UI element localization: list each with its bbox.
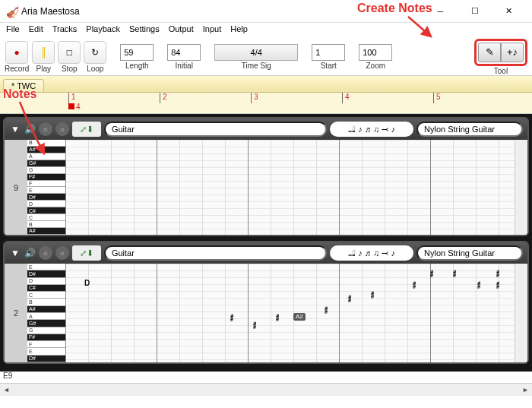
piano-key[interactable]: F	[27, 341, 65, 348]
menubar: File Edit Tracks Playback Settings Outpu…	[0, 23, 532, 38]
speaker-icon[interactable]: 🔊	[24, 248, 36, 258]
menu-help[interactable]: Help	[230, 24, 248, 36]
fit-button[interactable]: ⤢⬇	[72, 245, 101, 261]
loop-button[interactable]: ↻	[84, 41, 106, 64]
piano-key[interactable]: A	[27, 313, 65, 320]
length-input[interactable]	[120, 44, 154, 61]
piano-key[interactable]: D#	[27, 270, 65, 277]
initial-input[interactable]	[167, 44, 201, 61]
track-header: ▼ 🔊 ○ ○ ⤢⬇ 𝅝 𝅗𝅥 ♩ ♪ ♬ ♫ ⤙ ♪	[5, 119, 527, 140]
menu-input[interactable]: Input	[203, 24, 221, 36]
playhead-marker[interactable]	[68, 103, 74, 109]
record-button[interactable]: ●	[5, 41, 28, 64]
menu-settings[interactable]: Settings	[129, 24, 160, 36]
note-event[interactable]: 𝄰	[369, 290, 375, 298]
minimize-button[interactable]: ─	[423, 0, 458, 23]
maximize-button[interactable]: ☐	[458, 0, 492, 23]
fit-button[interactable]: ⤢⬇	[72, 122, 101, 137]
piano-key[interactable]: G	[27, 327, 65, 334]
add-note-tool-button[interactable]: +♪	[501, 43, 524, 62]
note-event[interactable]: 𝄰	[451, 269, 457, 277]
note-event[interactable]: 𝄰	[495, 280, 500, 288]
pencil-tool-button[interactable]: ✎	[478, 43, 501, 62]
piano-key[interactable]: C	[27, 214, 65, 221]
mute-button[interactable]: ○	[39, 246, 52, 260]
collapse-icon[interactable]: ▼	[9, 124, 21, 134]
note-event[interactable]: 𝄰	[411, 280, 416, 288]
piano-key[interactable]: G#	[27, 320, 65, 327]
horizontal-scrollbar[interactable]: ◄ ►	[0, 383, 532, 396]
track-panel-2: ▼ 🔊 ○ ○ ⤢⬇ 𝅝 𝅗𝅥 ♩ ♪ ♬ ♫ ⤙ ♪ 2 E D# D C# …	[3, 241, 529, 364]
note-event[interactable]: D	[84, 279, 90, 286]
piano-keys[interactable]: E D# D C# C B A# A G# G F# F E D#	[27, 264, 65, 362]
solo-button[interactable]: ○	[55, 122, 69, 136]
note-event[interactable]: 𝄰	[229, 313, 234, 321]
note-event[interactable]: 𝄰	[476, 280, 481, 288]
piano-key[interactable]: D#	[27, 356, 65, 362]
piano-key[interactable]: F#	[27, 334, 65, 341]
menu-edit[interactable]: Edit	[29, 24, 43, 36]
piano-key[interactable]: G	[27, 167, 65, 174]
track-name-input[interactable]	[104, 122, 327, 137]
piano-key[interactable]: F	[27, 181, 65, 188]
note-event[interactable]: 𝄰	[323, 305, 328, 313]
piano-key[interactable]: A#	[27, 306, 65, 313]
timesig-button[interactable]: 4/4	[214, 44, 298, 61]
document-tab[interactable]: * TWC	[3, 79, 44, 92]
note-event[interactable]: 𝄰	[347, 294, 352, 302]
note-event[interactable]: A2	[293, 313, 306, 321]
ruler-mark: 3	[251, 93, 342, 103]
piano-key[interactable]: A#	[27, 147, 65, 153]
piano-key[interactable]: G#	[27, 160, 65, 167]
note-event[interactable]: 𝄰	[274, 313, 280, 321]
vertical-scrollbar[interactable]	[515, 264, 527, 362]
note-event[interactable]: 𝄰	[429, 269, 434, 277]
menu-tracks[interactable]: Tracks	[52, 24, 78, 36]
piano-keys[interactable]: B A# A G# G F# F E D# D C# C B A#	[27, 140, 65, 235]
speaker-icon[interactable]: 🔊	[24, 124, 36, 134]
stop-button[interactable]: □	[58, 41, 81, 64]
piano-key[interactable]: B	[27, 299, 65, 305]
piano-key[interactable]: E	[27, 187, 65, 194]
note-event[interactable]: 𝄰	[252, 321, 257, 328]
titlebar: 🎻 Aria Maestosa ─ ☐ ✕	[0, 0, 532, 23]
menu-playback[interactable]: Playback	[86, 24, 120, 36]
note-grid[interactable]	[65, 140, 515, 235]
start-input[interactable]	[312, 44, 345, 61]
timeline-ruler[interactable]: 1 2 3 4 5 4	[0, 93, 532, 114]
piano-key[interactable]: C#	[27, 207, 65, 214]
piano-key[interactable]: E	[27, 348, 65, 355]
zoom-input[interactable]	[359, 44, 392, 61]
piano-key[interactable]: C	[27, 292, 65, 299]
menu-output[interactable]: Output	[169, 24, 194, 36]
solo-button[interactable]: ○	[55, 246, 69, 260]
piano-key[interactable]: B	[27, 140, 65, 147]
initial-label: Initial	[176, 62, 193, 70]
note-event[interactable]: 𝄰	[495, 269, 500, 277]
piano-key[interactable]: E	[27, 264, 65, 270]
piano-key[interactable]: D	[27, 201, 65, 207]
play-button[interactable]: ║	[32, 41, 55, 64]
instrument-select[interactable]	[416, 245, 523, 261]
scroll-left-icon[interactable]: ◄	[0, 384, 13, 397]
vertical-scrollbar[interactable]	[515, 140, 527, 235]
menu-file[interactable]: File	[6, 24, 20, 36]
close-button[interactable]: ✕	[492, 0, 526, 23]
instrument-select[interactable]	[416, 122, 523, 137]
timesig-label: Time Sig	[242, 62, 271, 70]
scroll-right-icon[interactable]: ►	[519, 384, 532, 397]
piano-key[interactable]: D#	[27, 194, 65, 201]
piano-key[interactable]: B	[27, 221, 65, 228]
note-duration-picker[interactable]: 𝅝 𝅗𝅥 ♩ ♪ ♬ ♫ ⤙ ♪	[330, 245, 413, 261]
piano-key[interactable]: A#	[27, 228, 65, 235]
note-grid[interactable]: D 𝄰 𝄰 𝄰 A2 𝄰 𝄰 𝄰 𝄰 𝄰 𝄰 𝄰 𝄰 𝄰	[65, 264, 515, 362]
track-name-input[interactable]	[104, 245, 327, 261]
collapse-icon[interactable]: ▼	[9, 248, 21, 258]
ruler-mark: 5	[433, 93, 524, 103]
note-duration-picker[interactable]: 𝅝 𝅗𝅥 ♩ ♪ ♬ ♫ ⤙ ♪	[330, 122, 413, 137]
piano-key[interactable]: A	[27, 153, 65, 160]
piano-key[interactable]: C#	[27, 285, 65, 292]
mute-button[interactable]: ○	[39, 122, 52, 136]
piano-key[interactable]: F#	[27, 174, 65, 181]
piano-key[interactable]: D	[27, 278, 65, 285]
